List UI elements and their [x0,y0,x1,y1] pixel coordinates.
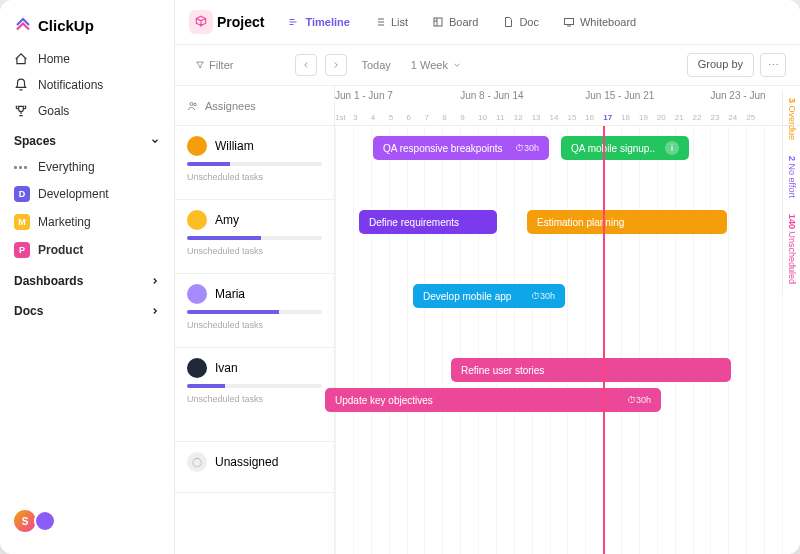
day-label: 20 [657,113,666,122]
section-dashboards[interactable]: Dashboards [0,264,174,294]
chart-header: Jun 1 - Jun 7Jun 8 - Jun 14Jun 15 - Jun … [335,86,800,126]
svg-point-2 [190,102,193,105]
day-label: 14 [550,113,559,122]
cube-icon [194,15,208,29]
tab-doc[interactable]: Doc [492,12,549,32]
grid-icon [14,166,30,169]
task-bar[interactable]: Define requirements [359,210,497,234]
task-bar[interactable]: QA responsive breakpoints⏱30h [373,136,549,160]
space-development[interactable]: DDevelopment [0,180,174,208]
trophy-icon [14,104,28,118]
day-label: 1st [335,113,346,122]
progress-bar [187,310,322,314]
task-bar[interactable]: Refine user stories [451,358,731,382]
day-label: 11 [496,113,505,122]
day-label: 10 [478,113,487,122]
tab-list[interactable]: List [364,12,418,32]
clickup-logo-icon [14,16,32,34]
unscheduled-label: Unscheduled tasks [187,172,322,182]
section-docs[interactable]: Docs [0,294,174,324]
home-icon [14,52,28,66]
chevron-right-icon [331,60,341,70]
chevron-left-icon [301,60,311,70]
progress-bar [187,384,322,388]
sidebar-footer: S [0,500,174,542]
nav-goals[interactable]: Goals [0,98,174,124]
whiteboard-icon [563,16,575,28]
day-label: 6 [407,113,411,122]
prev-button[interactable] [295,54,317,76]
timeline-view: Assignees WilliamUnscheduled tasksAmyUns… [175,86,800,554]
range-select[interactable]: 1 Week [405,55,468,75]
task-duration: ⏱30h [621,395,651,405]
group-by-button[interactable]: Group by [687,53,754,77]
task-label: Estimation planning [537,217,624,228]
tab-board[interactable]: Board [422,12,488,32]
unscheduled-label: Unscheduled tasks [187,246,322,256]
task-label: Refine user stories [461,365,544,376]
task-label: Update key objectives [335,395,433,406]
today-button[interactable]: Today [355,55,396,75]
task-bar[interactable]: Develop mobile app⏱30h [413,284,565,308]
day-label: 19 [639,113,648,122]
day-label: 23 [710,113,719,122]
task-bar[interactable]: QA mobile signup..i [561,136,689,160]
more-button[interactable]: ⋯ [760,53,786,77]
timeline-chart[interactable]: Jun 1 - Jun 7Jun 8 - Jun 14Jun 15 - Jun … [335,86,800,554]
project-icon[interactable] [189,10,213,34]
user-avatar[interactable]: S [14,510,36,532]
nav-home[interactable]: Home [0,46,174,72]
side-badges: 3 Overdue 2 No effort 140 Unscheduled [782,90,800,554]
badge-noeffort[interactable]: 2 No effort [782,148,800,206]
space-everything[interactable]: Everything [0,154,174,180]
assignee-row[interactable]: MariaUnscheduled tasks [175,274,334,348]
filter-button[interactable]: Filter [189,55,239,75]
tab-whiteboard[interactable]: Whiteboard [553,12,646,32]
section-spaces[interactable]: Spaces [0,124,174,154]
space-marketing[interactable]: MMarketing [0,208,174,236]
nav-notifications[interactable]: Notifications [0,72,174,98]
space-product[interactable]: PProduct [0,236,174,264]
tab-timeline[interactable]: Timeline [278,12,359,32]
progress-bar [187,162,322,166]
assignee-row[interactable]: AmyUnscheduled tasks [175,200,334,274]
assignee-row-unassigned[interactable]: ◯Unassigned [175,442,334,493]
avatar [187,210,207,230]
project-name[interactable]: Project [217,14,264,30]
day-label: 7 [424,113,428,122]
assignee-name: Ivan [215,361,238,375]
task-bar[interactable]: Estimation planning [527,210,727,234]
chevron-down-icon [452,60,462,70]
svg-rect-1 [564,19,573,25]
toolbar: Filter Today 1 Week Group by ⋯ [175,45,800,86]
topbar: Project Timeline List Board Doc Whiteboa… [175,0,800,45]
board-icon [432,16,444,28]
assignee-column: Assignees WilliamUnscheduled tasksAmyUns… [175,86,335,554]
next-button[interactable] [325,54,347,76]
week-label: Jun 15 - Jun 21 [585,90,654,101]
chevron-down-icon [150,136,160,146]
day-label: 18 [621,113,630,122]
day-label: 3 [353,113,357,122]
task-bar[interactable]: Update key objectives⏱30h [325,388,661,412]
team-avatar[interactable] [34,510,56,532]
week-label: Jun 8 - Jun 14 [460,90,523,101]
badge-unscheduled[interactable]: 140 Unscheduled [782,206,800,292]
day-label: 4 [371,113,375,122]
assignee-name: William [215,139,254,153]
day-label: 16 [585,113,594,122]
brand-logo[interactable]: ClickUp [0,12,174,46]
space-badge-d: D [14,186,30,202]
app-window: ClickUp Home Notifications Goals Spaces … [0,0,800,554]
day-label: 25 [746,113,755,122]
main-panel: Project Timeline List Board Doc Whiteboa… [175,0,800,554]
chevron-right-icon [150,306,160,316]
assignee-row[interactable]: WilliamUnscheduled tasks [175,126,334,200]
badge-overdue[interactable]: 3 Overdue [782,90,800,148]
task-label: QA mobile signup.. [571,143,655,154]
space-badge-m: M [14,214,30,230]
person-icon: ◯ [187,452,207,472]
assignee-row[interactable]: IvanUnscheduled tasks [175,348,334,442]
day-label: 15 [567,113,576,122]
assignees-header[interactable]: Assignees [175,86,334,126]
